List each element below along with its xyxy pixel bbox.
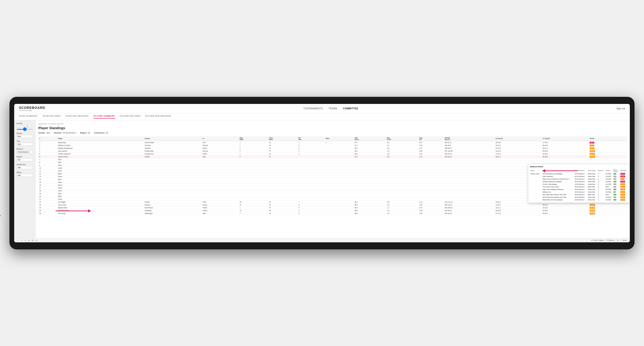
table-cell[interactable]: Maro	[57, 178, 144, 181]
nav-tournaments[interactable]: TOURNAMENTS	[304, 107, 323, 110]
table-cell	[325, 158, 354, 161]
table-cell	[325, 186, 354, 189]
table-cell: 23	[38, 203, 57, 206]
no-rds-min-input[interactable]	[16, 125, 22, 127]
tab-player-h2h-heatmap[interactable]: PLAYER H2H HEATMAP	[145, 115, 171, 119]
table-cell	[298, 195, 325, 198]
table-cell[interactable]: Michael La Sasso	[57, 144, 144, 147]
event-table-cell: PLAYED	[605, 175, 613, 177]
table-cell[interactable]: Luke Clanton	[57, 150, 144, 152]
col-points: Points	[589, 136, 627, 141]
points-cell[interactable]: 70.2	[589, 147, 627, 150]
sign-out-button[interactable]: Sign out	[616, 107, 625, 110]
share-btn[interactable]: ⤴ Share	[621, 239, 627, 241]
table-cell[interactable]: Jacob	[57, 167, 144, 169]
rank-impact-cell: +0	[613, 196, 620, 198]
table-cell	[444, 167, 494, 169]
table-cell[interactable]: Tiger	[57, 192, 144, 195]
table-cell	[325, 200, 354, 203]
table-cell: -0.8	[386, 200, 418, 203]
points-cell[interactable]: 76.3	[589, 144, 627, 147]
tab-team-summary[interactable]: TEAM SUMMARY	[19, 115, 38, 119]
tab-player-summary[interactable]: PLAYER SUMMARY	[94, 115, 115, 119]
table-cell[interactable]: Petr Hruby	[57, 212, 144, 215]
points-cell[interactable]	[589, 161, 627, 164]
year-select[interactable]: (All)	[16, 143, 33, 146]
table-cell	[298, 164, 325, 167]
event-table-cell	[530, 196, 542, 198]
clock-btn[interactable]: ◷	[36, 239, 37, 241]
nav-teams[interactable]: TEAMS	[328, 107, 337, 110]
table-cell[interactable]: Alex C	[57, 183, 144, 186]
table-cell	[354, 186, 386, 189]
download-btn[interactable]: ⬇	[617, 239, 618, 241]
player-select[interactable]: (All)	[16, 174, 33, 177]
table-cell[interactable]: Michael Thorbjornsen	[57, 147, 144, 150]
table-cell[interactable]: Breno	[57, 172, 144, 175]
points-cell[interactable]: 66.54	[589, 150, 627, 152]
table-cell	[268, 167, 298, 169]
table-cell: 9	[38, 164, 57, 167]
table-cell[interactable]: Mats	[57, 161, 144, 164]
tab-team-h2h-grid[interactable]: TEAM H2H GRID	[42, 115, 60, 119]
table-cell: 3	[38, 147, 57, 150]
points-cell[interactable]: 40.02	[589, 206, 627, 209]
table-cell	[418, 181, 444, 183]
watch-btn[interactable]: 👁 Watch ▾	[606, 239, 615, 241]
no-rds-max-input[interactable]	[24, 125, 30, 127]
table-cell[interactable]: Luke I	[57, 189, 144, 192]
refresh-btn[interactable]: ↻	[24, 239, 26, 241]
paste-btn[interactable]: ⊞	[32, 239, 33, 241]
table-cell: 6	[38, 155, 57, 158]
table-cell[interactable]: Jack Lundin	[57, 203, 144, 206]
conference-select[interactable]: (All)	[16, 166, 33, 169]
table-cell: 67.5	[354, 155, 386, 158]
points-cell[interactable]: 40.27	[589, 203, 627, 206]
table-cell	[239, 186, 268, 189]
event-table-cell: Wake Forest Invitational at Pinehurst No…	[542, 177, 574, 180]
event-table-cell	[530, 180, 542, 183]
copy-btn[interactable]: ⧉	[28, 239, 30, 241]
table-cell	[386, 161, 418, 164]
table-cell: -1.2	[386, 209, 418, 212]
table-cell[interactable]: Jackson Koivu	[57, 155, 144, 158]
nav-committee[interactable]: COMMITTEE	[343, 107, 358, 110]
points-cell[interactable]: 58.18	[589, 155, 627, 158]
table-cell	[444, 169, 494, 172]
redo-btn[interactable]: ↪	[21, 239, 22, 241]
region-select[interactable]: N/A	[16, 158, 33, 161]
table-cell[interactable]: Wenyi Ding	[57, 141, 144, 144]
table-cell[interactable]: Muttl	[57, 195, 144, 198]
points-cell[interactable]: 60.49	[589, 152, 627, 155]
division-select[interactable]: NCAA Division I	[16, 151, 33, 154]
points-cell[interactable]: 39.95	[589, 209, 627, 212]
table-cell[interactable]: Ian Gilligan	[57, 200, 144, 203]
table-cell[interactable]: Nichi	[57, 158, 144, 161]
col-player: Player	[57, 136, 144, 141]
tab-player-h2h-grid[interactable]: PLAYER H2H GRID	[120, 115, 141, 119]
table-cell[interactable]: Christo Lamprecht	[57, 152, 144, 155]
points-cell[interactable]	[589, 158, 627, 161]
table-cell[interactable]: Jake I	[57, 181, 144, 183]
table-cell[interactable]: Tachu	[57, 198, 144, 200]
table-cell[interactable]: Cole Sherwood	[57, 209, 144, 212]
view-original-btn[interactable]: 👁 View: Original	[591, 239, 604, 241]
event-table-cell: Williams Cup	[542, 190, 574, 193]
table-cell[interactable]: Pfinch	[57, 175, 144, 178]
tab-team-h2h-heatmap[interactable]: TEAM H2H HEATMAP	[65, 115, 89, 119]
table-cell	[239, 172, 268, 175]
table-cell[interactable]: Gonk	[57, 169, 144, 172]
gender-select[interactable]: Men Women	[16, 135, 33, 138]
no-rds-slider[interactable]	[16, 129, 33, 130]
undo-btn[interactable]: ↩	[17, 239, 18, 241]
table-cell[interactable]: Prest	[57, 164, 144, 167]
points-cell[interactable]: 38.49	[589, 212, 627, 215]
rank-impact-cell: +0	[613, 177, 620, 180]
event-table-cell: Match Play	[587, 193, 598, 196]
points-cell[interactable]: 88.2	[589, 141, 627, 144]
table-cell[interactable]: David	[57, 186, 144, 189]
gender-label: Gender	[16, 133, 33, 134]
table-cell	[354, 189, 386, 192]
table-cell: 21	[268, 147, 298, 150]
table-cell[interactable]: Bastien Amat	[57, 206, 144, 209]
